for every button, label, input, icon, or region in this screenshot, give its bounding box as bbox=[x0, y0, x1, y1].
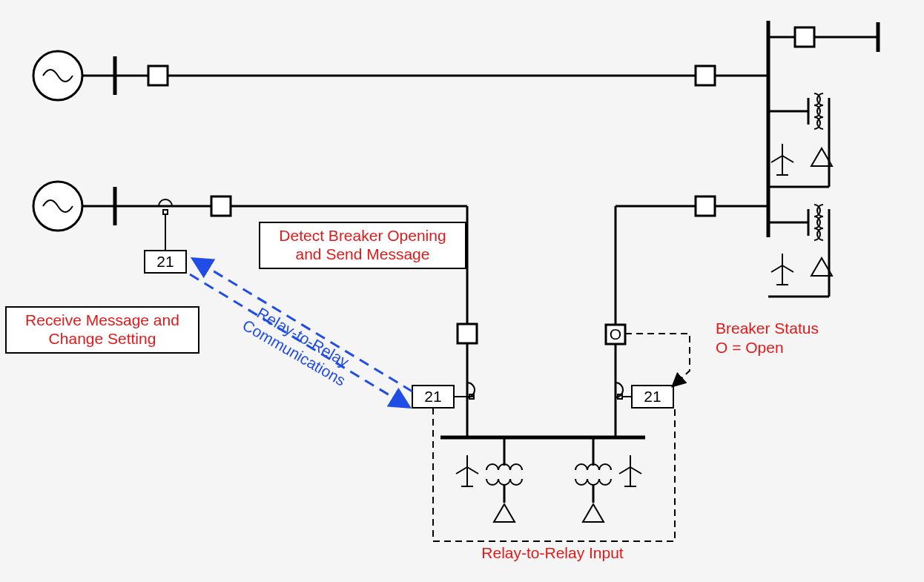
relay-21-left: 21 bbox=[145, 251, 186, 273]
detect-breaker-l2: and Send Message bbox=[296, 245, 430, 262]
top-feeder bbox=[33, 51, 768, 100]
relay-21-right-label: 21 bbox=[644, 388, 661, 405]
receive-message-l2: Change Setting bbox=[49, 330, 156, 347]
breaker-status-l2: O = Open bbox=[716, 339, 784, 356]
relay-input-path bbox=[433, 408, 675, 541]
wind-icon-br bbox=[619, 455, 641, 486]
relay-21-mid-label: 21 bbox=[424, 388, 441, 405]
relay-21-left-label: 21 bbox=[156, 253, 174, 270]
wind-icon-2 bbox=[771, 254, 793, 285]
receive-message-l1: Receive Message and bbox=[25, 311, 179, 328]
generator-mid-icon bbox=[33, 182, 82, 231]
delta-icon-bl bbox=[494, 504, 515, 522]
breaker-status-l1: Breaker Status bbox=[716, 320, 819, 337]
detect-breaker-l1: Detect Breaker Opening bbox=[279, 227, 446, 244]
breaker-open-symbol: O bbox=[610, 325, 621, 343]
right-xfmr-1 bbox=[768, 93, 832, 187]
delta-icon-br bbox=[583, 504, 604, 522]
breaker-drop-left-icon bbox=[458, 324, 477, 343]
comm-arrow-up-icon bbox=[194, 259, 412, 391]
relay-comm-label: Relay-to-Relay Communications bbox=[240, 301, 357, 389]
power-system-diagram: 21 Receive Message and Change Setting De… bbox=[0, 0, 924, 582]
relay-21-mid: 21 bbox=[412, 386, 467, 408]
receive-message-box: Receive Message and Change Setting bbox=[6, 307, 199, 353]
relay-21-right: 21 bbox=[632, 386, 673, 408]
drop-right: O bbox=[606, 206, 632, 436]
breaker-top-right-icon bbox=[696, 66, 715, 85]
top-right-branch bbox=[768, 22, 878, 52]
breaker-status-arrow bbox=[625, 334, 690, 386]
breaker-status-label: Breaker Status O = Open bbox=[716, 320, 819, 356]
breaker-top-branch-icon bbox=[795, 27, 814, 47]
wind-icon-1 bbox=[771, 144, 793, 175]
breaker-mid-icon bbox=[211, 196, 231, 216]
relay-input-label: Relay-to-Relay Input bbox=[481, 544, 624, 561]
breaker-top-left-icon bbox=[148, 66, 168, 85]
bottom-xfmr-left bbox=[456, 437, 522, 522]
breaker-mid-right-icon bbox=[696, 196, 715, 216]
wind-icon-bl bbox=[456, 455, 478, 486]
right-xfmr-2 bbox=[768, 205, 832, 297]
generator-top-icon bbox=[33, 51, 82, 100]
bottom-xfmr-right bbox=[575, 437, 641, 522]
detect-breaker-box: Detect Breaker Opening and Send Message bbox=[260, 222, 466, 268]
